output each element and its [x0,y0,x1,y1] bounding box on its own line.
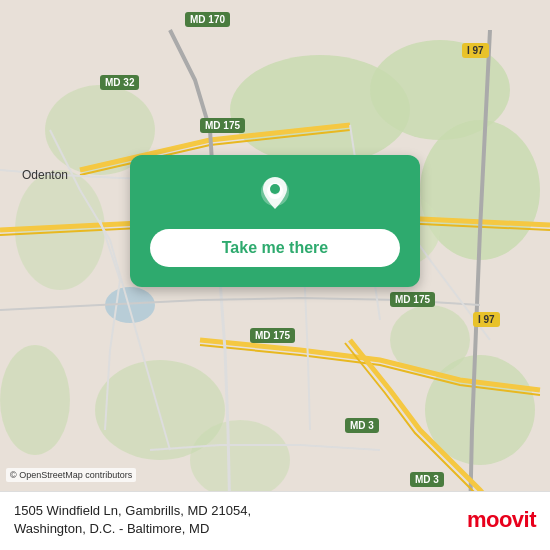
svg-point-10 [190,420,290,500]
road-badge-md32: MD 32 [100,75,139,90]
svg-point-11 [0,345,70,455]
info-bar: 1505 Windfield Ln, Gambrills, MD 21054, … [0,491,550,550]
moovit-logo: moovit [467,507,536,533]
take-me-there-overlay: Take me there [130,155,420,287]
road-badge-md170: MD 170 [185,12,230,27]
road-badge-md175-right: MD 175 [390,292,435,307]
road-badge-md175-top: MD 175 [200,118,245,133]
osm-attribution: © OpenStreetMap contributors [6,468,136,482]
road-badge-md3-b: MD 3 [410,472,444,487]
road-badge-i97-mid: I 97 [473,312,500,327]
moovit-logo-text: moovit [467,507,536,533]
road-badge-i97-top: I 97 [462,43,489,58]
svg-point-16 [270,184,280,194]
take-me-there-button[interactable]: Take me there [150,229,400,267]
road-badge-md175-mid: MD 175 [250,328,295,343]
place-label-odenton: Odenton [22,168,68,182]
address-text: 1505 Windfield Ln, Gambrills, MD 21054, … [14,502,457,538]
location-pin-icon [253,173,297,217]
road-badge-md3-a: MD 3 [345,418,379,433]
map-container: MD 170 MD 32 MD 175 MD 175 MD 175 MD 3 M… [0,0,550,550]
